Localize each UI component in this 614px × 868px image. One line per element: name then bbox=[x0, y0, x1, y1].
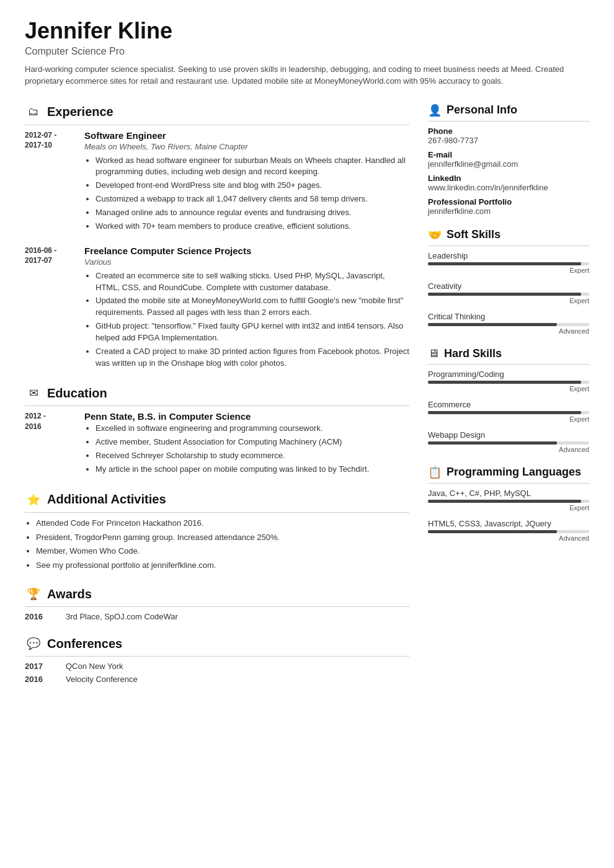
entry-org-1: Meals on Wheels, Two Rivers, Maine Chapt… bbox=[84, 142, 409, 151]
conferences-header: 💬 Conferences bbox=[25, 635, 409, 657]
skill-webapp-level: Advanced bbox=[428, 446, 589, 453]
personal-info-section: 👤 Personal Info Phone 267-980-7737 E-mai… bbox=[428, 104, 589, 216]
soft-skills-header: 🤝 Soft Skills bbox=[428, 228, 589, 246]
candidate-name: Jennifer Kline bbox=[25, 19, 589, 43]
experience-entry-1: 2012-07 -2017-10 Software Engineer Meals… bbox=[25, 130, 409, 234]
skill-ecommerce-name: Ecommerce bbox=[428, 400, 589, 409]
experience-section: 🗂 Experience 2012-07 -2017-10 Software E… bbox=[25, 104, 409, 371]
personal-info-title: Personal Info bbox=[447, 104, 517, 117]
activity-item: See my professional portfolio at jennife… bbox=[36, 560, 409, 572]
award-text-1: 3rd Place, SpOJ.com CodeWar bbox=[66, 612, 178, 621]
prog-lang-icon: 📋 bbox=[428, 466, 442, 479]
activities-list: Attended Code For Princeton Hackathon 20… bbox=[25, 518, 409, 572]
prog-lang-title: Programming Languages bbox=[447, 466, 581, 479]
conf-year-2: 2016 bbox=[25, 675, 56, 684]
skill-java-level: Expert bbox=[428, 504, 589, 512]
activity-item: Member, Women Who Code. bbox=[36, 546, 409, 557]
edu-date-1: 2012 -2016 bbox=[25, 411, 74, 477]
education-icon: ✉ bbox=[25, 384, 42, 402]
skill-creativity-name: Creativity bbox=[428, 281, 589, 291]
skill-leadership-name: Leadership bbox=[428, 251, 589, 260]
skill-critical-thinking-level: Advanced bbox=[428, 327, 589, 335]
activity-item: Attended Code For Princeton Hackathon 20… bbox=[36, 518, 409, 529]
edu-title-1: Penn State, B.S. in Computer Science bbox=[84, 411, 409, 422]
bullet: Updated the mobile site at MoneyMoneyWor… bbox=[96, 295, 409, 319]
conf-text-1: QCon New York bbox=[66, 662, 123, 671]
skill-creativity: Creativity Expert bbox=[428, 281, 589, 304]
two-col-layout: 🗂 Experience 2012-07 -2017-10 Software E… bbox=[25, 104, 589, 698]
activities-icon: ⭐ bbox=[25, 491, 42, 508]
experience-icon: 🗂 bbox=[25, 104, 42, 121]
entry-title-1: Software Engineer bbox=[84, 130, 409, 141]
info-portfolio-value: jenniferfkline.com bbox=[428, 206, 589, 216]
bullet: Customized a webapp to track all 1,047 d… bbox=[96, 193, 409, 205]
skill-html-level: Advanced bbox=[428, 534, 589, 542]
bullet: Received Schreyer Scholarship to study e… bbox=[96, 450, 409, 462]
info-email-label: E-mail bbox=[428, 150, 589, 159]
info-phone-label: Phone bbox=[428, 126, 589, 136]
skill-critical-thinking-bar-bg bbox=[428, 323, 589, 326]
education-title: Education bbox=[47, 386, 107, 401]
conf-entry-2: 2016 Velocity Conference bbox=[25, 675, 409, 684]
award-year-1: 2016 bbox=[25, 612, 56, 621]
entry-title-2: Freelance Computer Science Projects bbox=[84, 246, 409, 256]
sidebar-column: 👤 Personal Info Phone 267-980-7737 E-mai… bbox=[428, 104, 589, 698]
experience-title: Experience bbox=[47, 105, 113, 119]
hard-skills-icon: 🖥 bbox=[428, 347, 439, 360]
skill-leadership-bar-fill bbox=[428, 262, 581, 265]
conferences-icon: 💬 bbox=[25, 635, 42, 652]
bullet: Worked with 70+ team members to produce … bbox=[96, 221, 409, 232]
prog-lang-header: 📋 Programming Languages bbox=[428, 466, 589, 484]
candidate-summary: Hard-working computer science specialist… bbox=[25, 63, 589, 87]
awards-title: Awards bbox=[47, 587, 92, 601]
skill-webapp: Webapp Design Advanced bbox=[428, 430, 589, 453]
skill-ecommerce-bar-bg bbox=[428, 411, 589, 414]
page: Jennifer Kline Computer Science Pro Hard… bbox=[0, 0, 614, 716]
skill-java-group: Java, C++, C#, PHP, MySQL Expert bbox=[428, 489, 589, 512]
soft-skills-icon: 🤝 bbox=[428, 228, 442, 242]
education-entry-1: 2012 -2016 Penn State, B.S. in Computer … bbox=[25, 411, 409, 477]
info-linkedin-value: www.linkedin.com/in/jenniferfkline bbox=[428, 183, 589, 192]
bullet: Managed online ads to announce regular e… bbox=[96, 207, 409, 219]
skill-java-name: Java, C++, C#, PHP, MySQL bbox=[428, 489, 589, 498]
bullet: Active member, Student Association for C… bbox=[96, 436, 409, 448]
hard-skills-section: 🖥 Hard Skills Programming/Coding Expert … bbox=[428, 347, 589, 453]
skill-ecommerce: Ecommerce Expert bbox=[428, 400, 589, 423]
experience-header: 🗂 Experience bbox=[25, 104, 409, 125]
skill-ecommerce-bar-fill bbox=[428, 411, 581, 414]
skill-critical-thinking: Critical Thinking Advanced bbox=[428, 312, 589, 335]
skill-html-bar-bg bbox=[428, 530, 589, 533]
entry-content-2: Freelance Computer Science Projects Vari… bbox=[84, 246, 409, 371]
conf-entry-1: 2017 QCon New York bbox=[25, 662, 409, 671]
entry-content-1: Software Engineer Meals on Wheels, Two R… bbox=[84, 130, 409, 234]
entry-date-1: 2012-07 -2017-10 bbox=[25, 130, 74, 234]
skill-html-bar-fill bbox=[428, 530, 557, 533]
awards-icon: 🏆 bbox=[25, 585, 42, 603]
skill-programming: Programming/Coding Expert bbox=[428, 370, 589, 392]
personal-info-icon: 👤 bbox=[428, 104, 442, 117]
main-column: 🗂 Experience 2012-07 -2017-10 Software E… bbox=[25, 104, 409, 698]
skill-creativity-level: Expert bbox=[428, 297, 589, 304]
skill-html-group: HTML5, CSS3, Javascript, JQuery Advanced bbox=[428, 519, 589, 542]
skill-critical-thinking-bar-fill bbox=[428, 323, 557, 326]
bullet: My article in the school paper on mobile… bbox=[96, 464, 409, 476]
conferences-section: 💬 Conferences 2017 QCon New York 2016 Ve… bbox=[25, 635, 409, 684]
skill-programming-bar-fill bbox=[428, 381, 581, 384]
skill-programming-bar-bg bbox=[428, 381, 589, 384]
bullet: Created a CAD project to make 3D printed… bbox=[96, 346, 409, 370]
award-entry-1: 2016 3rd Place, SpOJ.com CodeWar bbox=[25, 612, 409, 621]
soft-skills-title: Soft Skills bbox=[447, 228, 501, 241]
skill-java-bar-bg bbox=[428, 500, 589, 503]
conf-text-2: Velocity Conference bbox=[66, 675, 138, 684]
bullet: Excelled in software engineering and pro… bbox=[96, 423, 409, 435]
edu-content-1: Penn State, B.S. in Computer Science Exc… bbox=[84, 411, 409, 477]
entry-org-2: Various bbox=[84, 257, 409, 267]
entry-date-2: 2016-06 -2017-07 bbox=[25, 246, 74, 371]
activities-header: ⭐ Additional Activities bbox=[25, 491, 409, 513]
bullet: GitHub project: "tensorflow." Fixed faul… bbox=[96, 321, 409, 344]
info-portfolio-label: Professional Portfolio bbox=[428, 197, 589, 206]
info-email-value: jenniferfkline@gmail.com bbox=[428, 159, 589, 169]
skill-leadership: Leadership Expert bbox=[428, 251, 589, 274]
skill-webapp-bar-fill bbox=[428, 441, 557, 445]
skill-programming-level: Expert bbox=[428, 385, 589, 392]
